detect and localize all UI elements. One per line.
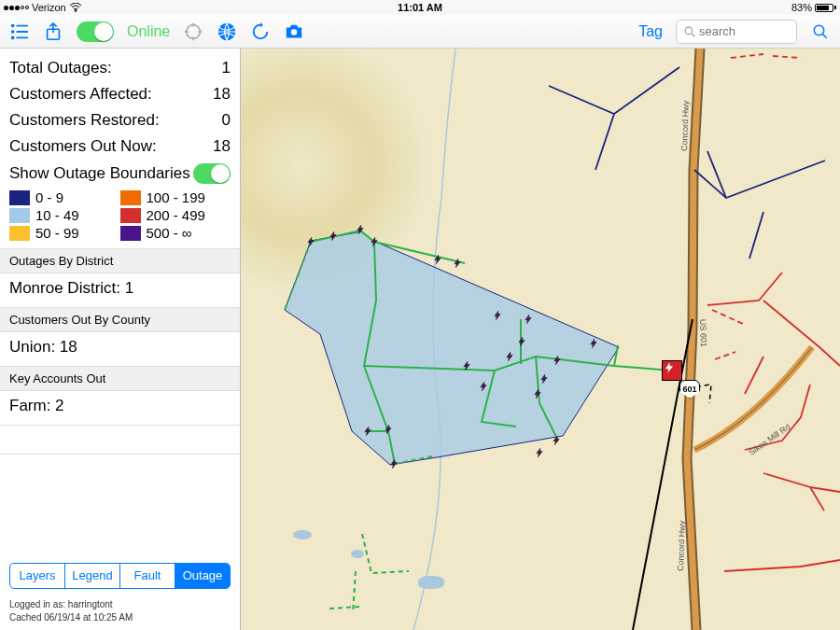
legend-item: 0 - 9 [9, 189, 120, 205]
outage-point[interactable] [506, 352, 513, 361]
outage-point[interactable] [357, 225, 364, 234]
section-header-key-accounts: Key Accounts Out [0, 366, 240, 391]
show-boundaries-toggle[interactable] [193, 163, 231, 184]
refresh-icon[interactable] [250, 21, 271, 42]
svg-point-5 [11, 35, 15, 39]
swatch [120, 208, 141, 223]
panel-footer: Logged in as: harringtont Cached 06/19/1… [0, 598, 240, 630]
outage-point[interactable] [371, 237, 378, 246]
cached-label: Cached 06/19/14 at 10:25 AM [9, 611, 231, 624]
label: Customers Affected: [9, 85, 152, 104]
outage-point[interactable] [540, 374, 548, 384]
svg-rect-6 [16, 36, 28, 38]
clock: 11:01 AM [398, 2, 442, 13]
show-boundaries-label: Show Outage Boundaries [9, 164, 190, 183]
swatch [120, 190, 141, 205]
tab-fault[interactable]: Fault [120, 564, 175, 588]
outage-point[interactable] [518, 337, 525, 346]
search-input[interactable] [676, 20, 797, 44]
road-label-concord: Concord Hwy [679, 101, 691, 151]
main-outage-marker[interactable] [662, 360, 682, 381]
signal-strength [4, 6, 29, 10]
logged-in-label: Logged in as: harringtont [9, 598, 231, 611]
map-canvas[interactable]: Concord Hwy Concord Hwy US 601 Sikes Mil… [241, 49, 840, 630]
outage-panel: Total Outages: 1 Customers Affected: 18 … [0, 49, 241, 630]
value: 18 [213, 85, 231, 104]
tag-button[interactable]: Tag [638, 23, 663, 40]
outage-point[interactable] [385, 425, 392, 434]
globe-icon[interactable] [217, 21, 237, 42]
outage-point[interactable] [434, 255, 441, 264]
svg-point-12 [814, 25, 824, 35]
outage-point[interactable] [525, 315, 532, 324]
search-field[interactable] [699, 24, 783, 38]
outage-point[interactable] [553, 356, 561, 365]
wifi-icon [69, 3, 82, 12]
svg-point-11 [685, 27, 693, 35]
legend-item: 200 - 499 [120, 207, 231, 223]
svg-point-0 [75, 9, 77, 11]
value: 18 [213, 137, 231, 156]
toolbar: Online Tag [0, 15, 840, 49]
section-value-county: Union: 18 [9, 332, 231, 366]
legend-item: 100 - 199 [120, 189, 231, 205]
section-value-key-accounts: Farm: 2 [9, 391, 231, 425]
swatch [9, 208, 30, 223]
panel-tabs: Layers Legend Fault Outage [9, 563, 231, 589]
status-bar: Verizon 11:01 AM 83% [0, 0, 840, 15]
swatch [120, 226, 141, 241]
svg-rect-2 [16, 24, 28, 26]
outage-point[interactable] [454, 259, 461, 268]
outage-point[interactable] [534, 389, 541, 399]
online-toggle[interactable] [77, 21, 114, 42]
swatch [9, 226, 30, 241]
outage-point[interactable] [480, 382, 487, 391]
svg-marker-13 [285, 231, 619, 465]
swatch [9, 190, 30, 205]
road-label-concord2: Concord Hwy [676, 521, 687, 571]
outage-point[interactable] [590, 339, 597, 348]
stat-total-outages: Total Outages: 1 [9, 59, 231, 77]
section-value-district: Monroe District: 1 [9, 273, 231, 307]
svg-point-1 [11, 23, 15, 27]
outage-point[interactable] [553, 436, 560, 445]
section-header-county: Customers Out By County [0, 307, 240, 332]
camera-icon[interactable] [284, 21, 304, 42]
outage-point[interactable] [364, 427, 371, 436]
legend-item: 10 - 49 [9, 207, 120, 223]
tab-outage[interactable]: Outage [175, 564, 230, 588]
search-icon [684, 26, 695, 37]
legend-item: 500 - ∞ [120, 225, 231, 241]
outage-point[interactable] [494, 311, 501, 320]
road-label-us601: US 601 [698, 319, 708, 347]
value: 1 [222, 59, 231, 77]
menu-icon[interactable] [9, 21, 30, 42]
legend: 0 - 9 100 - 199 10 - 49 200 - 499 50 - 9… [9, 189, 231, 241]
stat-customers-restored: Customers Restored: 0 [9, 111, 231, 130]
svg-point-10 [291, 29, 297, 35]
label: Total Outages: [9, 59, 112, 77]
value: 0 [222, 111, 231, 130]
stat-customers-affected: Customers Affected: 18 [9, 85, 231, 104]
outage-point[interactable] [536, 448, 543, 457]
svg-rect-4 [16, 31, 28, 33]
label: Customers Out Now: [9, 137, 157, 156]
label: Customers Restored: [9, 111, 160, 130]
outage-point[interactable] [390, 459, 398, 469]
outage-point[interactable] [329, 231, 337, 241]
map-svg [241, 49, 840, 630]
svg-point-8 [187, 24, 201, 38]
stat-customers-out-now: Customers Out Now: 18 [9, 137, 231, 156]
locate-icon[interactable] [183, 21, 203, 42]
battery-pct: 83% [791, 2, 812, 13]
outage-point[interactable] [307, 237, 315, 246]
carrier-label: Verizon [32, 2, 66, 13]
battery-icon [815, 4, 836, 12]
search-button[interactable] [810, 21, 831, 42]
share-icon[interactable] [43, 21, 63, 42]
outage-point[interactable] [463, 361, 470, 371]
tab-layers[interactable]: Layers [10, 564, 65, 588]
legend-item: 50 - 99 [9, 225, 120, 241]
tab-legend[interactable]: Legend [65, 564, 120, 588]
online-label: Online [127, 23, 170, 40]
